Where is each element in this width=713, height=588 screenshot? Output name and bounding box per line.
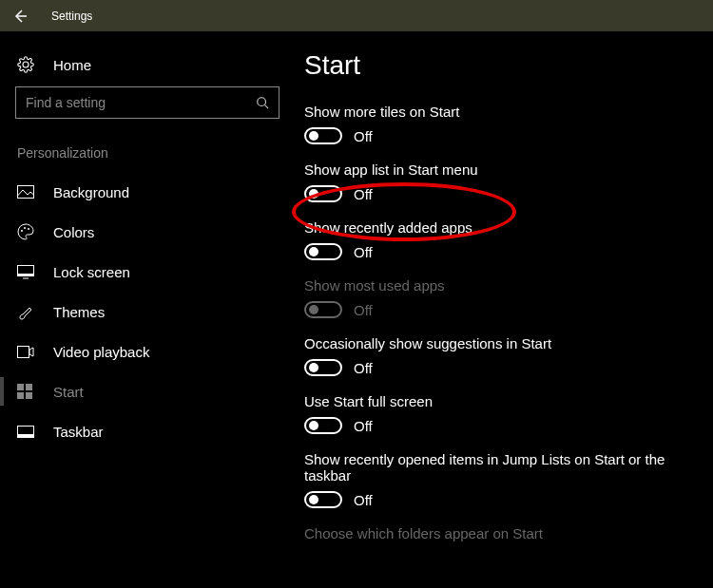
svg-rect-15: [18, 434, 33, 437]
start-icon: [17, 384, 38, 399]
toggle-state: Off: [354, 418, 373, 434]
svg-point-3: [21, 230, 23, 232]
sidebar-item-label: Background: [53, 184, 129, 200]
picture-icon: [17, 185, 38, 199]
search-icon: [246, 96, 279, 109]
setting-label: Show most used apps: [304, 277, 703, 294]
svg-point-4: [24, 227, 26, 229]
svg-rect-2: [18, 186, 34, 199]
gear-icon: [17, 56, 38, 73]
sidebar-item-label: Video playback: [53, 344, 149, 360]
palette-icon: [17, 223, 38, 240]
sidebar-item-taskbar[interactable]: Taskbar: [15, 411, 279, 451]
setting-recently-added: Show recently added apps Off: [304, 219, 703, 260]
setting-full-screen: Use Start full screen Off: [304, 393, 703, 434]
setting-label: Occasionally show suggestions in Start: [304, 335, 703, 351]
toggle-suggestions[interactable]: [304, 359, 342, 376]
setting-most-used: Show most used apps Off: [304, 277, 703, 318]
choose-folders-link[interactable]: Choose which folders appear on Start: [304, 525, 703, 541]
sidebar-item-label: Colors: [53, 224, 94, 240]
setting-label: Show more tiles on Start: [304, 104, 703, 120]
svg-rect-7: [18, 274, 33, 275]
setting-label: Show recently opened items in Jump Lists…: [304, 451, 703, 484]
svg-point-5: [28, 228, 29, 230]
setting-suggestions: Occasionally show suggestions in Start O…: [304, 335, 703, 376]
sidebar-item-label: Lock screen: [53, 264, 130, 280]
arrow-left-icon: [12, 9, 28, 24]
home-button[interactable]: Home: [15, 48, 279, 86]
svg-point-0: [258, 98, 266, 106]
svg-rect-12: [17, 392, 24, 399]
sidebar-item-label: Taskbar: [53, 424, 104, 440]
section-header: Personalization: [15, 145, 279, 161]
brush-icon: [17, 303, 38, 320]
monitor-icon: [17, 265, 38, 279]
toggle-more-tiles[interactable]: [304, 127, 342, 144]
sidebar-item-lock-screen[interactable]: Lock screen: [15, 252, 279, 292]
toggle-state: Off: [354, 244, 373, 260]
video-icon: [17, 346, 38, 358]
page-title: Start: [304, 50, 703, 81]
toggle-jump-lists[interactable]: [304, 491, 342, 508]
sidebar-item-label: Themes: [53, 304, 105, 320]
home-label: Home: [53, 57, 91, 73]
window-title: Settings: [40, 9, 92, 23]
sidebar-item-label: Start: [53, 384, 84, 400]
sidebar-item-video-playback[interactable]: Video playback: [15, 332, 279, 371]
back-button[interactable]: [0, 0, 40, 31]
sidebar-item-background[interactable]: Background: [15, 172, 279, 212]
toggle-state: Off: [354, 186, 373, 202]
setting-more-tiles: Show more tiles on Start Off: [304, 104, 703, 144]
svg-rect-9: [18, 346, 29, 357]
toggle-state: Off: [354, 360, 373, 376]
setting-label: Use Start full screen: [304, 393, 703, 409]
sidebar-item-themes[interactable]: Themes: [15, 292, 279, 332]
toggle-app-list[interactable]: [304, 185, 342, 202]
sidebar: Home Personalization Background Colors L…: [0, 31, 295, 588]
search-input[interactable]: [16, 95, 246, 110]
setting-label: Show app list in Start menu: [304, 161, 703, 178]
svg-rect-11: [26, 384, 32, 390]
svg-rect-10: [17, 384, 24, 390]
toggle-state: Off: [354, 128, 373, 144]
setting-label: Show recently added apps: [304, 219, 703, 236]
sidebar-item-start[interactable]: Start: [15, 371, 279, 411]
taskbar-icon: [17, 426, 38, 438]
toggle-most-used: [304, 301, 342, 318]
toggle-recently-added[interactable]: [304, 243, 342, 260]
toggle-state: Off: [354, 302, 373, 318]
toggle-state: Off: [354, 492, 373, 508]
main-panel: Start Show more tiles on Start Off Show …: [295, 31, 713, 588]
setting-jump-lists: Show recently opened items in Jump Lists…: [304, 451, 703, 508]
svg-line-1: [265, 105, 269, 109]
setting-app-list: Show app list in Start menu Off: [304, 161, 703, 202]
svg-rect-13: [26, 392, 32, 399]
search-box[interactable]: [15, 86, 279, 119]
titlebar: Settings: [0, 0, 713, 31]
sidebar-item-colors[interactable]: Colors: [15, 212, 279, 252]
toggle-full-screen[interactable]: [304, 417, 342, 434]
